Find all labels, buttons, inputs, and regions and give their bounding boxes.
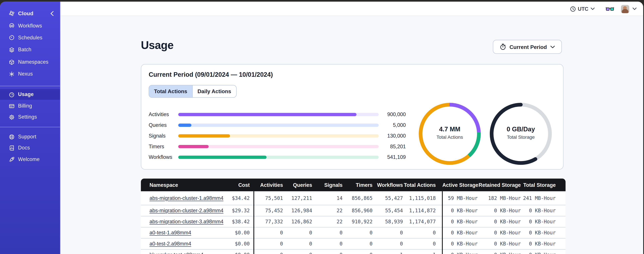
cell-signals: 14: [312, 195, 342, 201]
cell-activities: 0: [254, 230, 283, 236]
sidebar-divider: [0, 86, 60, 86]
bar-fill: [178, 113, 356, 116]
bar-track: [178, 134, 379, 138]
column-header-total-storage: Total Storage: [521, 182, 566, 188]
sidebar-item-schedules[interactable]: Schedules: [0, 32, 60, 43]
bar-label: Workflows: [149, 154, 172, 160]
cell-cost: $38.42: [211, 219, 254, 224]
sidebar-item-welcome[interactable]: Welcome: [0, 154, 60, 165]
workflows-icon: [8, 22, 15, 29]
timezone-selector[interactable]: UTC: [570, 6, 594, 12]
top-bar: UTC: [0, 2, 643, 16]
bar-fill: [178, 134, 230, 138]
cell-signals: 0: [312, 252, 342, 254]
sidebar-divider: [0, 127, 60, 127]
cell-cost: $0.00: [211, 252, 254, 254]
sidebar-item-label: Welcome: [18, 156, 40, 162]
cell-retained-storage: 0 KB-Hour: [478, 219, 521, 224]
namespace-link[interactable]: a0-test-1.a98mm4: [141, 230, 211, 236]
column-header-namespace: Namespace: [141, 182, 211, 188]
sidebar-item-usage[interactable]: Usage: [0, 89, 60, 100]
temporal-cloud-logo-icon: [8, 10, 15, 16]
table-row: a0-test-1.a98mm4 $0.00 0 0 0 0 0 0 0 KB-…: [141, 227, 566, 238]
sidebar-item-workflows[interactable]: Workflows: [0, 20, 60, 31]
table-group-divider: [442, 191, 443, 254]
bar-fill: [178, 145, 209, 148]
bar-value: 900,000: [379, 112, 406, 117]
cell-retained-storage: 0 KB-Hour: [478, 208, 521, 214]
cell-active-storage: 0 KB-Hour: [442, 230, 478, 236]
period-selector-button[interactable]: Current Period: [493, 40, 562, 54]
sidebar-item-namespaces[interactable]: Namespaces: [0, 57, 60, 67]
chevron-down-icon: [590, 7, 594, 10]
column-header-timers: Timers: [342, 182, 372, 188]
column-header-total-actions: Total Actions: [403, 182, 442, 188]
cell-queries: 126,984: [283, 208, 312, 214]
cell-signals: 22: [312, 208, 342, 214]
namespace-link[interactable]: a0-test-2.a98mm4: [141, 241, 211, 247]
cell-cost: $29.32: [211, 208, 254, 214]
sidebar-item-label: Billing: [18, 103, 32, 109]
cell-timers: 0: [342, 230, 372, 236]
bar-track: [178, 124, 379, 127]
bar-track: [178, 113, 379, 116]
cell-queries: 0: [283, 252, 312, 254]
sidebar-item-support[interactable]: Support: [0, 131, 60, 142]
cell-retained-storage: 182 MB-Hour: [478, 195, 521, 201]
sidebar-item-billing[interactable]: Billing: [0, 100, 60, 111]
namespace-link[interactable]: abs-migration-cluster-3.a98mm4: [141, 219, 211, 224]
welcome-rocket-icon: [8, 156, 15, 162]
cell-signals: 0: [312, 230, 342, 236]
cell-retained-storage: 0 KB-Hour: [478, 252, 521, 254]
card-title: Current Period (09/01/2024 — 10/01/2024): [149, 71, 273, 78]
sidebar-brand-cloud[interactable]: Cloud: [0, 8, 60, 19]
sidebar-item-docs[interactable]: Docs: [0, 142, 60, 153]
sidebar-collapse-button[interactable]: [50, 8, 54, 19]
cell-total-actions: 1,114,872: [403, 208, 442, 214]
cell-activities: 75,501: [254, 195, 283, 201]
user-avatar[interactable]: [621, 5, 629, 13]
bar-track: [178, 145, 379, 148]
tab-total-actions[interactable]: Total Actions: [149, 86, 192, 97]
cell-total-actions: 1,174,077: [403, 219, 442, 224]
namespace-link[interactable]: abs-migration-cluster-2.a98mm4: [141, 208, 211, 214]
desktop: UTC: [0, 0, 644, 254]
cell-workflows: 0: [372, 230, 403, 236]
sidebar-item-label: Batch: [18, 47, 32, 52]
cell-total-storage: 0 KB-Hour: [521, 252, 566, 254]
namespace-usage-table: Namespace Cost Activities Queries Signal…: [141, 178, 566, 254]
usage-icon: [8, 91, 15, 98]
sidebar-item-batch[interactable]: Batch: [0, 44, 60, 55]
stopwatch-icon: [500, 44, 506, 50]
tab-daily-actions[interactable]: Daily Actions: [192, 86, 236, 97]
namespace-link[interactable]: bk-worker-test.a98mm4: [141, 252, 211, 254]
column-header-workflows: Workflows: [372, 182, 403, 188]
bar-value: 541,109: [379, 154, 406, 160]
cell-activities: 77,332: [254, 219, 283, 224]
bar-row-timers: Timers 85,201: [149, 141, 416, 152]
table-row: abs-migration-cluster-2.a98mm4 $29.32 75…: [141, 205, 566, 216]
glasses-icon[interactable]: [606, 6, 614, 12]
cell-total-storage: 0 KB-Hour: [521, 219, 566, 224]
cell-active-storage: 59 MB-Hour: [442, 195, 478, 201]
account-menu-chevron-icon[interactable]: [632, 7, 636, 10]
sidebar-item-nexus[interactable]: Nexus: [0, 69, 60, 80]
cell-total-actions: 1: [403, 252, 442, 254]
cell-cost: $0.00: [211, 230, 254, 236]
bar-fill: [178, 156, 266, 159]
batch-icon: [8, 47, 15, 53]
app-window: UTC: [0, 2, 643, 254]
cell-timers: 856,865: [342, 195, 372, 201]
cell-total-actions: 0: [403, 241, 442, 247]
bar-track: [178, 156, 379, 159]
column-header-retained-storage: Retained Storage: [478, 182, 521, 188]
sidebar-brand-label: Cloud: [18, 10, 33, 16]
sidebar-item-settings[interactable]: Settings: [0, 112, 60, 122]
table-group-divider: [254, 191, 254, 254]
sidebar-item-label: Nexus: [18, 71, 33, 77]
namespace-link[interactable]: abs-migration-cluster-1.a98mm4: [141, 195, 211, 201]
cell-timers: 910,922: [342, 219, 372, 224]
bar-row-activities: Activities 900,000: [149, 109, 416, 120]
support-icon: [8, 134, 15, 140]
cell-workflows: 58,939: [372, 219, 403, 224]
